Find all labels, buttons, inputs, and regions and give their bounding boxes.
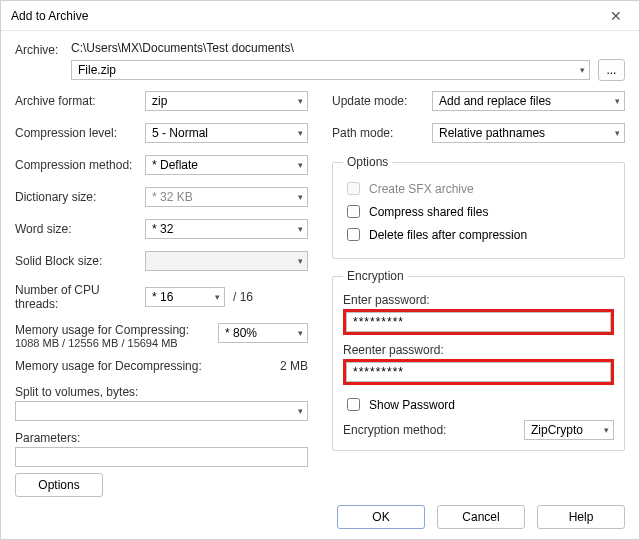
ok-button[interactable]: OK xyxy=(337,505,425,529)
options-button[interactable]: Options xyxy=(15,473,103,497)
solid-block-select xyxy=(145,251,308,271)
archive-format-select[interactable] xyxy=(145,91,308,111)
window-title: Add to Archive xyxy=(11,9,601,23)
sfx-label: Create SFX archive xyxy=(369,182,474,196)
mem-decompress-value: 2 MB xyxy=(280,359,308,373)
compression-level-label: Compression level: xyxy=(15,126,145,140)
encryption-legend: Encryption xyxy=(343,269,408,283)
cpu-threads-label: Number of CPU threads: xyxy=(15,283,145,311)
cpu-threads-select[interactable] xyxy=(145,287,225,307)
options-legend: Options xyxy=(343,155,392,169)
show-password-checkbox[interactable] xyxy=(347,398,360,411)
dictionary-size-select[interactable] xyxy=(145,187,308,207)
compress-shared-label: Compress shared files xyxy=(369,205,488,219)
options-fieldset: Options Create SFX archive Compress shar… xyxy=(332,155,625,259)
reenter-password-input[interactable] xyxy=(346,362,611,382)
solid-block-label: Solid Block size: xyxy=(15,254,145,268)
word-size-select[interactable] xyxy=(145,219,308,239)
password-highlight-1 xyxy=(343,309,614,335)
browse-button[interactable]: ... xyxy=(598,59,625,81)
encryption-method-select[interactable] xyxy=(524,420,614,440)
titlebar: Add to Archive ✕ xyxy=(1,1,639,31)
help-button[interactable]: Help xyxy=(537,505,625,529)
enter-password-input[interactable] xyxy=(346,312,611,332)
compression-method-label: Compression method: xyxy=(15,158,145,172)
dictionary-size-label: Dictionary size: xyxy=(15,190,145,204)
mem-compress-select[interactable] xyxy=(218,323,308,343)
split-volumes-select[interactable] xyxy=(15,401,308,421)
sfx-checkbox xyxy=(347,182,360,195)
archive-format-label: Archive format: xyxy=(15,94,145,108)
path-mode-select[interactable] xyxy=(432,123,625,143)
delete-after-label: Delete files after compression xyxy=(369,228,527,242)
password-highlight-2 xyxy=(343,359,614,385)
reenter-password-label: Reenter password: xyxy=(343,343,614,357)
compression-method-select[interactable] xyxy=(145,155,308,175)
encryption-method-label: Encryption method: xyxy=(343,423,446,437)
cpu-threads-total: / 16 xyxy=(233,290,253,304)
encryption-fieldset: Encryption Enter password: Reenter passw… xyxy=(332,269,625,451)
update-mode-select[interactable] xyxy=(432,91,625,111)
update-mode-label: Update mode: xyxy=(332,94,432,108)
compression-level-select[interactable] xyxy=(145,123,308,143)
mem-compress-label: Memory usage for Compressing: xyxy=(15,323,195,337)
split-volumes-label: Split to volumes, bytes: xyxy=(15,385,308,399)
archive-label: Archive: xyxy=(15,41,71,81)
archive-filename-input[interactable] xyxy=(71,60,590,80)
cancel-button[interactable]: Cancel xyxy=(437,505,525,529)
compress-shared-checkbox[interactable] xyxy=(347,205,360,218)
parameters-label: Parameters: xyxy=(15,431,308,445)
close-icon[interactable]: ✕ xyxy=(601,8,631,24)
mem-decompress-label: Memory usage for Decompressing: xyxy=(15,359,280,373)
archive-path-text: C:\Users\MX\Documents\Test documents\ xyxy=(71,41,625,55)
show-password-label: Show Password xyxy=(369,398,455,412)
word-size-label: Word size: xyxy=(15,222,145,236)
path-mode-label: Path mode: xyxy=(332,126,432,140)
enter-password-label: Enter password: xyxy=(343,293,614,307)
parameters-input[interactable] xyxy=(15,447,308,467)
dialog-window: Add to Archive ✕ Archive: C:\Users\MX\Do… xyxy=(0,0,640,540)
delete-after-checkbox[interactable] xyxy=(347,228,360,241)
mem-compress-detail: 1088 MB / 12556 MB / 15694 MB xyxy=(15,337,195,349)
